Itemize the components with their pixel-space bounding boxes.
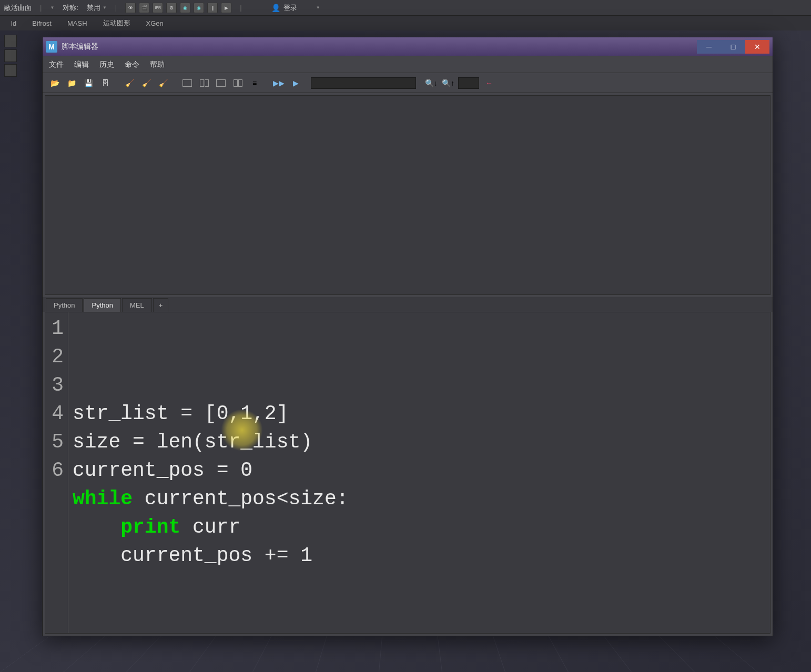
maya-app-icon: M [46, 41, 57, 53]
tool-icon[interactable] [4, 35, 17, 47]
line-number-gutter: 123456 [45, 312, 68, 633]
clear-input-icon[interactable]: 🧹 [139, 76, 153, 90]
script-editor-menubar: 文件 编辑 历史 命令 帮助 [43, 56, 773, 73]
show-both-icon[interactable] [214, 76, 228, 90]
menu-file[interactable]: 文件 [49, 60, 64, 69]
dropdown-unknown[interactable] [50, 5, 54, 10]
clear-history-icon[interactable]: 🧹 [123, 76, 136, 90]
clear-all-icon[interactable]: 🧹 [156, 76, 170, 90]
execute-all-icon[interactable]: ▶▶ [272, 76, 286, 90]
editor-tab-mel[interactable]: MEL [122, 298, 152, 312]
echo-commands-icon[interactable]: ≡ [248, 76, 261, 90]
separator: | [240, 4, 241, 12]
code-text-area[interactable]: str_list = [0,1,2]size = len(str_list)cu… [68, 312, 770, 633]
separator: | [115, 4, 117, 12]
execute-icon[interactable]: ▶ [289, 76, 302, 90]
search-down-icon[interactable]: 🔍↓ [424, 76, 438, 90]
show-history-icon[interactable] [180, 76, 194, 90]
goto-line-icon[interactable]: ← [482, 76, 496, 90]
menu-help[interactable]: 帮助 [150, 60, 165, 69]
shelf-tab[interactable]: 运动图形 [96, 16, 137, 30]
symmetry-label: 对称: [63, 3, 78, 13]
window-title: 脚本编辑器 [62, 42, 697, 52]
open-script-icon[interactable]: 📂 [48, 76, 62, 90]
layout-icon[interactable] [231, 76, 245, 90]
pause-icon[interactable]: ‖ [207, 3, 218, 13]
render-icons: 👁 🎬 IPR ⚙ ◉ ◉ ‖ ▶ [125, 3, 231, 13]
maya-shelf-tabs: ld Bifrost MASH 运动图形 XGen [0, 16, 811, 30]
maximize-button[interactable]: □ [721, 40, 745, 54]
search-input[interactable] [311, 77, 416, 89]
render-icon[interactable]: 👁 [125, 3, 136, 13]
cycle-icon-2[interactable]: ◉ [194, 3, 204, 13]
cycle-icon[interactable]: ◉ [180, 3, 190, 13]
menu-history[interactable]: 历史 [99, 60, 114, 69]
window-titlebar[interactable]: M 脚本编辑器 ─ □ ✕ [43, 37, 773, 56]
code-editor[interactable]: 123456 str_list = [0,1,2]size = len(str_… [45, 312, 771, 634]
symmetry-dropdown[interactable]: 禁用 [87, 3, 107, 13]
script-output-panel[interactable] [45, 95, 771, 295]
step-icon[interactable]: ▶ [221, 3, 231, 13]
clapboard-icon[interactable]: 🎬 [139, 3, 149, 13]
shelf-tab[interactable]: MASH [60, 17, 94, 30]
curve-label: 敞活曲面 [4, 3, 32, 13]
editor-tab-python-2[interactable]: Python [84, 298, 120, 312]
login-label: 登录 [283, 3, 297, 13]
search-up-icon[interactable]: 🔍↑ [441, 76, 455, 90]
separator: | [40, 4, 42, 12]
shelf-tab[interactable]: Bifrost [25, 17, 58, 30]
tool-icon[interactable] [4, 64, 17, 77]
script-editor-toolbar: 📂 📁 💾 🗄 🧹 🧹 🧹 ≡ ▶▶ ▶ 🔍↓ 🔍↑ ← [43, 73, 773, 93]
source-script-icon[interactable]: 📁 [65, 76, 78, 90]
save-to-shelf-icon[interactable]: 🗄 [98, 76, 112, 90]
editor-tab-bar: Python Python MEL + [43, 297, 773, 312]
ipr-icon[interactable]: IPR [153, 3, 163, 13]
goto-line-input[interactable] [458, 77, 479, 89]
shelf-tab[interactable]: XGen [139, 17, 170, 30]
close-button[interactable]: ✕ [745, 40, 769, 54]
shelf-tab[interactable]: ld [4, 17, 23, 30]
user-login[interactable]: 登录 ▼ [271, 3, 320, 13]
script-editor-window: M 脚本编辑器 ─ □ ✕ 文件 编辑 历史 命令 帮助 📂 📁 💾 🗄 🧹 🧹… [42, 37, 773, 636]
save-script-icon[interactable]: 💾 [82, 76, 95, 90]
minimize-button[interactable]: ─ [697, 40, 721, 54]
add-tab-button[interactable]: + [153, 298, 169, 312]
maya-top-toolbar: 敞活曲面 | 对称: 禁用 | 👁 🎬 IPR ⚙ ◉ ◉ ‖ ▶ | 登录 ▼ [0, 0, 811, 16]
maya-left-toolbar [0, 30, 32, 136]
show-input-icon[interactable] [197, 76, 211, 90]
tool-icon[interactable] [4, 49, 17, 62]
editor-tab-python-1[interactable]: Python [46, 298, 83, 312]
menu-edit[interactable]: 编辑 [74, 60, 89, 69]
menu-command[interactable]: 命令 [125, 60, 139, 69]
render-settings-icon[interactable]: ⚙ [166, 3, 177, 13]
